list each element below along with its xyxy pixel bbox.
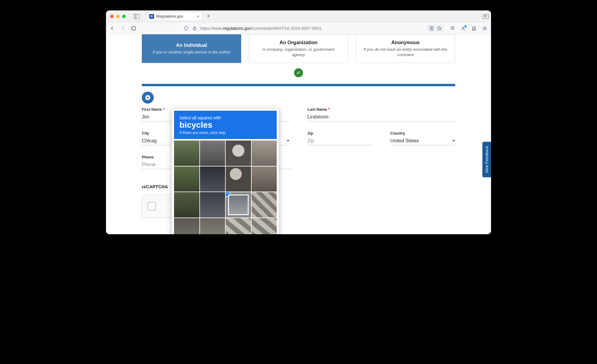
shield-icon <box>184 26 189 31</box>
check-icon <box>226 192 230 197</box>
browser-tab[interactable]: R Regulations.gov × <box>146 12 203 21</box>
svg-point-3 <box>147 97 149 98</box>
new-tab-button[interactable]: + <box>205 13 212 19</box>
captcha-instruction: Select all squares with <box>179 115 271 120</box>
reader-mode-icon[interactable] <box>429 26 434 31</box>
last-name-label: Last Name * <box>307 107 455 112</box>
captcha-tile[interactable] <box>200 166 225 192</box>
captcha-tile[interactable] <box>200 218 225 234</box>
window-controls <box>110 15 126 18</box>
captcha-target: bicycles <box>179 120 271 130</box>
card-organization[interactable]: An Organization A company, organization,… <box>249 34 348 63</box>
bookmark-group <box>427 24 444 32</box>
sidebar-toggle-icon[interactable] <box>133 14 139 19</box>
captcha-tile[interactable] <box>174 218 199 234</box>
zip-label: Zip <box>307 131 373 135</box>
favicon-icon: R <box>149 14 154 19</box>
forward-button[interactable] <box>120 26 126 31</box>
captcha-tile[interactable] <box>226 166 251 192</box>
maximize-window-button[interactable] <box>122 15 126 18</box>
last-name-input[interactable] <box>307 113 455 121</box>
tab-title: Regulations.gov <box>156 14 194 18</box>
country-select[interactable]: United States <box>390 137 456 145</box>
captcha-header: Select all squares with bicycles If ther… <box>174 111 277 139</box>
card-desc: If you or another single person is the a… <box>150 50 233 55</box>
url-bar: https://www.regulations.gov/commenton/NH… <box>106 22 491 34</box>
card-title: An Individual <box>150 42 233 48</box>
account-icon[interactable] <box>461 26 466 31</box>
card-desc: A company, organization, or government a… <box>256 47 340 58</box>
captcha-tile[interactable] <box>252 192 277 218</box>
comment-bubble-icon <box>142 92 154 104</box>
card-desc: If you do not want an entity associated … <box>364 47 447 58</box>
captcha-tile[interactable] <box>252 141 277 166</box>
selection-check-icon <box>294 68 303 77</box>
bookmark-star-icon[interactable] <box>437 26 442 31</box>
chevron-down-icon <box>287 140 290 142</box>
captcha-tile[interactable] <box>252 218 277 234</box>
zip-input[interactable] <box>307 137 373 145</box>
captcha-tile[interactable] <box>200 192 225 218</box>
captcha-tile[interactable] <box>252 166 277 192</box>
captcha-tile[interactable] <box>226 218 251 234</box>
pocket-icon[interactable] <box>450 26 455 31</box>
tab-bar: R Regulations.gov × + <box>106 10 491 22</box>
card-anonymous[interactable]: Anonymous If you do not want an entity a… <box>356 34 455 63</box>
captcha-challenge: Select all squares with bicycles If ther… <box>172 108 279 234</box>
last-name-group: Last Name * <box>307 107 455 121</box>
captcha-tile[interactable] <box>174 141 199 166</box>
captcha-tile[interactable] <box>200 141 225 166</box>
captcha-hint: If there are none, click skip <box>179 130 271 135</box>
browser-window: R Regulations.gov × + https://www.regula… <box>106 10 491 234</box>
card-title: Anonymous <box>364 40 447 45</box>
address-bar[interactable]: https://www.regulations.gov/commenton/NH… <box>184 26 391 31</box>
back-button[interactable] <box>110 26 115 31</box>
app-menu-icon[interactable] <box>482 26 487 31</box>
svg-rect-0 <box>193 28 196 30</box>
url-text: https://www.regulations.gov/commenton/NH… <box>200 26 321 31</box>
reload-button[interactable] <box>131 26 136 31</box>
captcha-tile[interactable] <box>174 192 199 218</box>
feedback-tab[interactable]: Give Feedback <box>482 142 491 177</box>
tab-close-button[interactable]: × <box>197 14 199 19</box>
extensions-icon[interactable] <box>471 26 477 31</box>
close-window-button[interactable] <box>110 15 114 18</box>
page-content: An Individual If you or another single p… <box>106 34 491 234</box>
svg-point-2 <box>463 27 464 28</box>
identity-cards: An Individual If you or another single p… <box>142 34 455 63</box>
card-title: An Organization <box>256 40 340 45</box>
toolbar-right <box>427 24 487 32</box>
captcha-tile[interactable] <box>174 166 199 192</box>
minimize-window-button[interactable] <box>116 15 120 18</box>
captcha-tile[interactable] <box>226 192 251 218</box>
captcha-grid <box>174 141 277 234</box>
card-individual[interactable]: An Individual If you or another single p… <box>142 34 241 63</box>
lock-icon <box>192 26 197 31</box>
captcha-tile[interactable] <box>226 141 251 166</box>
all-tabs-button[interactable] <box>483 14 489 18</box>
section-divider <box>142 84 455 86</box>
country-group: Country United States <box>390 131 456 145</box>
country-label: Country <box>390 131 456 135</box>
recaptcha-checkbox[interactable] <box>147 202 156 210</box>
country-value: United States <box>390 138 419 144</box>
zip-group: Zip <box>307 131 373 145</box>
chevron-down-icon <box>452 140 455 142</box>
